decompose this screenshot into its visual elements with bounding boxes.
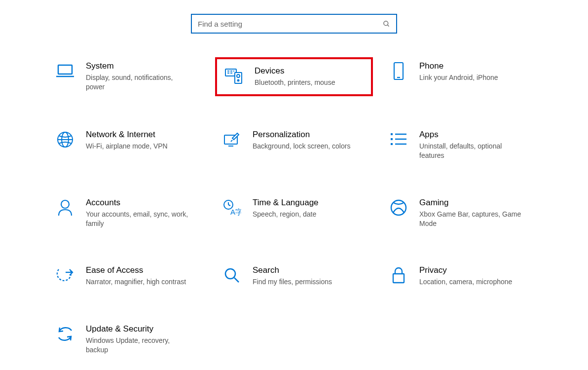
svg-point-27 xyxy=(61,200,69,208)
tile-title: Network & Internet xyxy=(86,130,201,140)
magnifier-icon xyxy=(220,265,244,285)
tile-desc: Your accounts, email, sync, work, family xyxy=(86,210,189,228)
tile-search[interactable]: Search Find my files, permissions xyxy=(215,261,373,291)
tile-title: Ease of Access xyxy=(86,265,201,275)
person-icon xyxy=(53,198,77,218)
tile-desc: Windows Update, recovery, backup xyxy=(86,336,189,355)
svg-point-12 xyxy=(238,80,239,81)
search-input[interactable] xyxy=(198,20,382,28)
phone-icon xyxy=(387,61,410,81)
svg-rect-21 xyxy=(391,133,393,135)
xbox-icon xyxy=(387,198,410,218)
settings-grid: System Display, sound, notifications, po… xyxy=(0,57,588,359)
sync-arrows-icon xyxy=(53,324,77,344)
svg-line-35 xyxy=(234,278,239,282)
tile-desc: Location, camera, microphone xyxy=(419,277,523,287)
tile-personalization[interactable]: Personalization Background, lock screen,… xyxy=(215,126,373,164)
tile-desc: Background, lock screen, colors xyxy=(253,142,356,151)
tile-desc: Narrator, magnifier, high contrast xyxy=(86,277,189,287)
tile-time-language[interactable]: A字 Time & Language Speech, region, date xyxy=(215,194,373,232)
tile-desc: Bluetooth, printers, mouse xyxy=(255,78,358,87)
svg-rect-2 xyxy=(58,65,72,74)
tile-ease-of-access[interactable]: Ease of Access Narrator, magnifier, high… xyxy=(48,261,206,291)
tile-title: Search xyxy=(253,265,368,275)
apps-list-icon xyxy=(387,130,410,149)
tile-desc: Find my files, permissions xyxy=(253,277,356,287)
tile-title: Phone xyxy=(419,61,535,71)
svg-line-20 xyxy=(231,140,232,142)
svg-rect-22 xyxy=(391,138,393,140)
svg-line-1 xyxy=(387,25,389,26)
laptop-icon xyxy=(53,61,77,81)
svg-rect-36 xyxy=(393,274,404,283)
tile-desc: Wi-Fi, airplane mode, VPN xyxy=(86,142,189,151)
tile-desc: Display, sound, notifications, power xyxy=(86,73,189,92)
tile-accounts[interactable]: Accounts Your accounts, email, sync, wor… xyxy=(48,194,206,232)
lock-icon xyxy=(387,265,410,285)
tile-title: Privacy xyxy=(419,265,535,275)
svg-point-34 xyxy=(225,269,235,279)
tile-phone[interactable]: Phone Link your Android, iPhone xyxy=(382,57,540,96)
svg-rect-13 xyxy=(394,63,403,79)
search-box[interactable] xyxy=(191,14,397,34)
tile-desc: Link your Android, iPhone xyxy=(419,73,523,82)
tile-network[interactable]: Network & Internet Wi-Fi, airplane mode,… xyxy=(48,126,206,164)
paintbrush-icon xyxy=(220,130,244,149)
tile-gaming[interactable]: Gaming Xbox Game Bar, captures, Game Mod… xyxy=(382,194,540,232)
svg-text:A字: A字 xyxy=(230,208,241,216)
tile-title: Personalization xyxy=(253,130,368,140)
tile-title: Time & Language xyxy=(253,198,368,208)
search-icon xyxy=(382,20,390,28)
tile-desc: Xbox Game Bar, captures, Game Mode xyxy=(419,210,523,228)
tile-privacy[interactable]: Privacy Location, camera, microphone xyxy=(382,261,540,291)
tile-devices[interactable]: Devices Bluetooth, printers, mouse xyxy=(215,57,373,96)
tile-desc: Uninstall, defaults, optional features xyxy=(419,142,523,160)
tile-title: Accounts xyxy=(86,198,201,208)
tile-system[interactable]: System Display, sound, notifications, po… xyxy=(48,57,206,96)
ease-of-access-icon xyxy=(53,265,77,285)
svg-rect-23 xyxy=(391,143,393,145)
globe-icon xyxy=(53,130,77,149)
tile-update-security[interactable]: Update & Security Windows Update, recove… xyxy=(48,320,206,359)
tile-title: Update & Security xyxy=(86,324,201,334)
time-language-icon: A字 xyxy=(220,198,244,218)
tile-title: Gaming xyxy=(419,198,535,208)
tile-title: System xyxy=(86,61,201,71)
tile-title: Apps xyxy=(419,130,535,140)
devices-icon xyxy=(222,66,246,86)
tile-desc: Speech, region, date xyxy=(253,210,356,219)
tile-title: Devices xyxy=(255,66,366,76)
svg-point-0 xyxy=(383,21,388,25)
svg-line-30 xyxy=(228,205,230,206)
search-bar-container xyxy=(0,0,588,57)
tile-apps[interactable]: Apps Uninstall, defaults, optional featu… xyxy=(382,126,540,164)
